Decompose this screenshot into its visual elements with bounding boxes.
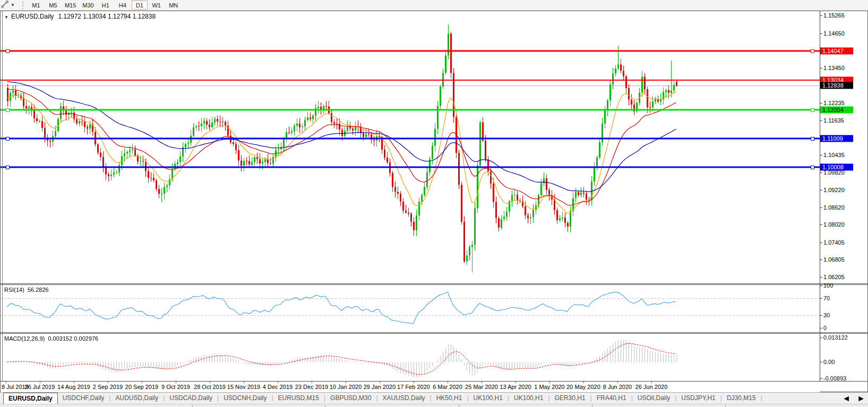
date-tick-mark [74, 382, 74, 383]
timeframe-button-mn[interactable]: MN [166, 1, 182, 10]
chart-tab-usdcad-daily[interactable]: USDCAD,Daily [165, 393, 217, 404]
macd-tick-mark [820, 362, 822, 362]
rsi-label: RSI(14)56.2826 [4, 287, 49, 293]
macd-tick-label: -0.00893 [823, 375, 846, 382]
rsi-tick-label: 0 [823, 325, 827, 331]
chart-tab-eurusd-m15[interactable]: EURUSD,M15 [273, 393, 324, 404]
macd-label: MACD(12,26,9)0.003152 0.002976 [4, 335, 98, 342]
date-tick-mark [380, 382, 380, 383]
chart-tab-audusd-daily[interactable]: AUDUSD,Daily [111, 393, 164, 404]
timeframe-button-m15[interactable]: M15 [62, 1, 79, 10]
timeframe-button-w1[interactable]: W1 [149, 1, 165, 10]
chart-window: ▼EURUSD,Daily1.12972 1.13034 1.12794 1.1… [0, 11, 868, 392]
price-tick-label: 1.09220 [823, 187, 845, 193]
timeframe-button-h4[interactable]: H4 [115, 1, 131, 10]
chevron-down-icon[interactable]: ▼ [11, 3, 15, 7]
price-tick-mark [820, 68, 822, 68]
chart-tab-xauusd-daily[interactable]: XAUUSD,Daily [378, 393, 430, 404]
chart-tab-uk100-h1[interactable]: UK100,H1 [469, 393, 508, 404]
date-tick-mark [346, 382, 346, 383]
rsi-tick-mark [820, 315, 822, 316]
chart-tab-usoil-daily[interactable]: USOil,Daily [633, 393, 675, 404]
chart-dropdown-icon[interactable]: ▼ [4, 15, 8, 20]
rsi-indicator-canvas[interactable] [1, 285, 820, 332]
price-tick-mark [820, 243, 822, 243]
date-label: 26 Jul 2019 [25, 384, 55, 390]
price-tick-label: 1.10435 [823, 152, 845, 158]
chart-tab-usdjpy-h1[interactable]: USDJPY,H1 [676, 393, 720, 404]
price-badge: 1.12838 [820, 82, 853, 89]
toolbar-grip [22, 2, 23, 9]
timeframe-button-m1[interactable]: M1 [28, 1, 44, 10]
date-axis[interactable]: 8 Jul 201926 Jul 201914 Aug 20192 Sep 20… [1, 382, 820, 393]
macd-name: MACD(12,26,9) [4, 335, 45, 342]
timeframe-button-m30[interactable]: M30 [80, 1, 96, 10]
date-label: 2 Sep 2019 [93, 384, 123, 390]
rsi-tick-mark [820, 328, 822, 328]
panel-separator[interactable] [1, 283, 867, 284]
date-tick-mark [176, 382, 176, 383]
chart-symbol: EURUSD,Daily [11, 13, 54, 20]
price-tick-label: 1.08020 [823, 221, 845, 228]
date-tick-mark [244, 382, 244, 383]
panel-separator[interactable] [1, 332, 867, 333]
chart-tab-dj30-m15[interactable]: DJ30,M15 [722, 393, 761, 404]
chart-tab-usdchf-daily[interactable]: USDCHF,Daily [58, 393, 109, 404]
strip-mark [725, 405, 726, 407]
date-tick-mark [210, 382, 210, 383]
chart-tab-bar: EURUSD,DailyUSDCHF,Daily|AUDUSD,Daily|US… [0, 392, 868, 404]
chart-tab-usdcnh-daily[interactable]: USDCNH,Daily [219, 393, 271, 404]
price-tick-label: 1.11635 [823, 117, 844, 124]
timeframe-button-m5[interactable]: M5 [45, 1, 61, 10]
chart-tab-gbpusd-m30[interactable]: GBPUSD,M30 [325, 393, 376, 404]
rsi-name: RSI(14) [4, 287, 24, 293]
tab-scroll-right-icon[interactable]: ► [857, 394, 865, 403]
tab-scroll-left-icon[interactable]: ◄ [842, 394, 850, 403]
date-tick-mark [617, 382, 618, 383]
rsi-tick-label: 70 [823, 295, 830, 301]
line-tool-button[interactable]: ▼ [0, 1, 17, 10]
chart-tab-hk50-h1[interactable]: HK50,H1 [432, 393, 467, 404]
price-chart-canvas[interactable] [1, 11, 820, 283]
tab-nav: ◄► [842, 393, 865, 404]
chart-left-border [2, 11, 3, 381]
macd-indicator-canvas[interactable] [1, 334, 820, 381]
chart-tab-uk100-h1[interactable]: UK100,H1 [509, 393, 548, 404]
price-badge: 1.12004 [820, 106, 853, 113]
price-tick-label: 1.06205 [823, 274, 845, 280]
date-label: 28 Oct 2019 [194, 384, 226, 390]
date-tick-mark [549, 382, 550, 383]
chart-tab-fra40-h1[interactable]: FRA40,H1 [592, 393, 631, 404]
date-label: 6 Mar 2020 [433, 384, 462, 390]
price-badge: 1.11009 [820, 135, 853, 142]
date-tick-mark [651, 382, 652, 383]
panel-separator [1, 333, 867, 334]
macd-tick-label: 0.00 [823, 359, 835, 365]
price-tick-label: 1.07405 [823, 239, 845, 246]
price-tick-label: 1.14650 [823, 30, 845, 37]
chart-tab-eurusd-daily[interactable]: EURUSD,Daily [3, 393, 58, 404]
date-tick-mark [108, 382, 108, 383]
date-label: 26 Jun 2020 [635, 384, 668, 390]
price-badge: 1.10008 [820, 164, 853, 171]
date-tick-mark [515, 382, 516, 383]
macd-tick-label: 0.013122 [823, 334, 848, 341]
date-tick-mark [278, 382, 278, 383]
price-tick-mark [820, 207, 822, 208]
date-label: 29 Jan 2020 [364, 384, 396, 390]
timeframe-button-h1[interactable]: H1 [98, 1, 114, 10]
price-tick-label: 1.12235 [823, 100, 845, 106]
rsi-tick-mark [820, 285, 822, 286]
date-label: 14 Aug 2019 [57, 384, 90, 390]
date-tick-mark [448, 382, 448, 383]
rsi-tick-label: 100 [823, 282, 833, 289]
price-badge: 1.14047 [820, 47, 853, 54]
timeframe-button-d1[interactable]: D1 [132, 1, 148, 10]
chart-tab-ger30-h1[interactable]: GER30,H1 [550, 393, 590, 404]
timeframe-toolbar: ▼ M1M5M15M30H1H4D1W1MN [0, 0, 868, 11]
date-label: 13 Apr 2020 [500, 384, 531, 390]
price-tick-mark [820, 15, 822, 16]
price-tick-mark [820, 224, 822, 225]
price-tick-label: 1.13450 [823, 65, 845, 71]
tab-separator: | [761, 393, 762, 404]
